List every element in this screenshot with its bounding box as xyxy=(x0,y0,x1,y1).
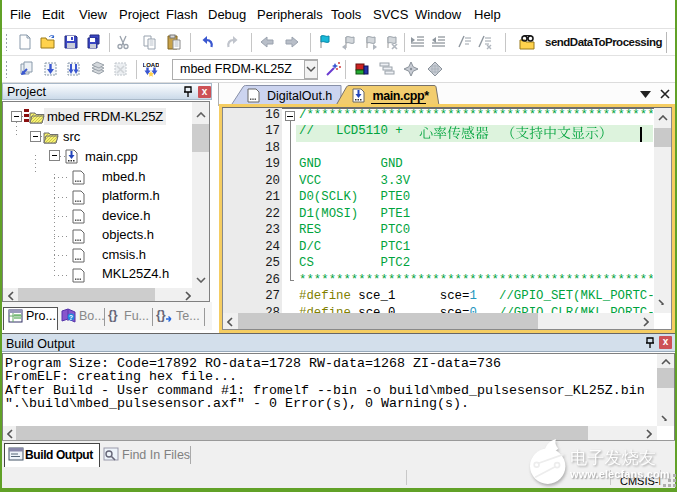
svg-text:?: ? xyxy=(69,314,73,321)
svg-text:LOAD: LOAD xyxy=(143,62,159,68)
